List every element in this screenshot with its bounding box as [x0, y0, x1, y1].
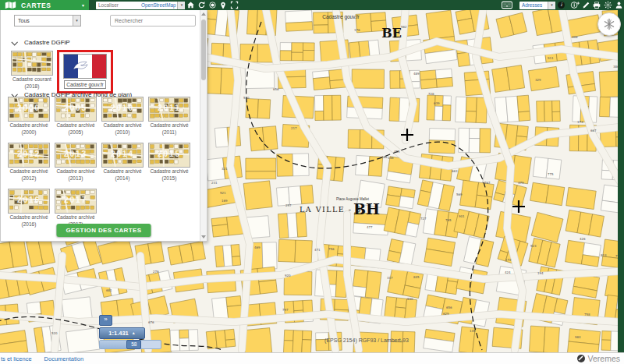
- svg-text:727: 727: [420, 217, 427, 221]
- cadastre-thumbnail-image: [55, 143, 96, 167]
- svg-text:479: 479: [518, 181, 524, 185]
- archive-thumbnail[interactable]: 2014: [101, 143, 144, 168]
- pin-button[interactable]: [218, 0, 229, 10]
- archive-map-card[interactable]: 2015 Cadastre archivé (2015): [146, 143, 193, 182]
- user-account-button[interactable]: [613, 0, 624, 10]
- coordinates-button[interactable]: [499, 0, 515, 10]
- archive-map-card[interactable]: 2011 Cadastre archivé (2011): [146, 97, 193, 136]
- archive-thumbnail[interactable]: 2000: [8, 97, 50, 122]
- home-icon: [186, 1, 195, 9]
- chevron-down-icon: ▾: [548, 2, 555, 9]
- svg-text:(EPSG 2154) RGF93 / Lambert-93: (EPSG 2154) RGF93 / Lambert-93: [324, 337, 409, 344]
- svg-text:728: 728: [428, 92, 434, 96]
- archive-map-card[interactable]: 2010 Cadastre archivé (2010): [99, 97, 146, 136]
- scrollbar-thumb[interactable]: [201, 19, 206, 80]
- top-toolbar: CARTES ▾ OpenStreetMap ▾: [0, 0, 624, 10]
- archive-map-card[interactable]: 2005 Cadastre archivé (2005): [52, 97, 99, 136]
- svg-text:901: 901: [459, 214, 465, 218]
- locate-icon: [208, 1, 217, 9]
- adresses-select[interactable]: Adresses ▾: [519, 2, 555, 9]
- scroll-up-arrow-icon[interactable]: [201, 12, 206, 16]
- svg-text:523: 523: [530, 244, 537, 248]
- basemap-select[interactable]: OpenStreetMap ▾: [141, 2, 185, 9]
- zoom-extent-button[interactable]: [229, 0, 239, 10]
- svg-text:194: 194: [537, 271, 544, 275]
- info-icon[interactable]: i: [558, 2, 565, 9]
- svg-text:630: 630: [407, 297, 413, 301]
- chevron-down-icon: ▾: [73, 16, 80, 26]
- gear-icon: [604, 1, 612, 9]
- archive-thumbnail[interactable]: 2017: [55, 189, 97, 214]
- cadastre-thumbnail[interactable]: [11, 51, 53, 76]
- svg-text:426: 426: [580, 237, 586, 241]
- svg-text:795: 795: [445, 218, 452, 222]
- svg-text:468: 468: [381, 155, 388, 159]
- zoom-slider[interactable]: 58: [99, 340, 161, 349]
- settings-button[interactable]: [602, 0, 613, 10]
- archive-thumbnail[interactable]: 2005: [55, 97, 97, 122]
- archive-map-card[interactable]: 2000 Cadastre archivé (2000): [5, 97, 52, 136]
- card-cadastre-courant[interactable]: Cadastre courant (2018): [9, 51, 55, 90]
- refresh-button[interactable]: [196, 0, 207, 10]
- card-caption-year: (2011): [146, 129, 193, 136]
- archive-map-card[interactable]: 2012 Cadastre archivé (2012): [5, 143, 52, 182]
- svg-text:477: 477: [367, 225, 373, 229]
- archive-map-card[interactable]: 2013 Cadastre archivé (2013): [52, 143, 99, 182]
- card-caption-year: (2005): [52, 129, 99, 136]
- chevron-down-icon: [11, 39, 17, 45]
- svg-text:530: 530: [243, 96, 250, 100]
- print-button[interactable]: [591, 0, 602, 10]
- home-button[interactable]: [185, 0, 196, 10]
- svg-text:279: 279: [153, 270, 159, 274]
- panel-scrollbar[interactable]: [200, 10, 207, 241]
- scale-indicator[interactable]: 1:1.431 ▲: [99, 327, 145, 339]
- archive-thumbnail[interactable]: 2010: [101, 97, 144, 122]
- geolocate-button[interactable]: [207, 0, 218, 10]
- section-cadastre-dgfip[interactable]: Cadastre DGFiP: [12, 39, 70, 46]
- status-bar: ts et licence Documentation Veremes: [0, 352, 624, 364]
- svg-text:489: 489: [413, 72, 420, 76]
- svg-text:169: 169: [222, 199, 228, 203]
- search-input[interactable]: [110, 15, 196, 27]
- cartes-menu-button[interactable]: CARTES ▾: [0, 0, 89, 10]
- scroll-down-arrow-icon[interactable]: [201, 235, 206, 239]
- card-caption: Cadastre archivé: [146, 122, 193, 129]
- svg-text:569: 569: [456, 193, 463, 196]
- svg-text:455: 455: [394, 150, 400, 154]
- svg-text:231: 231: [211, 181, 218, 185]
- svg-text:257: 257: [285, 203, 292, 207]
- archive-thumbnail[interactable]: 2012: [8, 143, 50, 168]
- archive-map-grid: 2000 Cadastre archivé (2000) 2005 Cadast…: [5, 97, 197, 235]
- svg-text:317: 317: [387, 276, 393, 280]
- card-caption: Cadastre archivé: [146, 168, 193, 175]
- svg-text:471: 471: [314, 248, 321, 252]
- svg-text:521: 521: [220, 191, 226, 195]
- card-caption: Cadastre archivé: [5, 214, 52, 221]
- slider-handle[interactable]: 58: [126, 340, 141, 349]
- archive-thumbnail[interactable]: 2013: [55, 143, 97, 168]
- archive-thumbnail[interactable]: 2016: [8, 189, 50, 214]
- card-cadastre-gouvfr-selected[interactable]: Cadastre gouv.fr: [57, 50, 113, 94]
- archive-map-card[interactable]: 2017 Cadastre archivé (2017): [52, 189, 99, 228]
- category-filter-select[interactable]: Tous ▾: [14, 15, 81, 27]
- archive-thumbnail[interactable]: 2015: [148, 143, 190, 168]
- map-tools-button[interactable]: [597, 12, 621, 36]
- measure-draw-button[interactable]: [580, 0, 591, 10]
- add-info-button[interactable]: [569, 0, 580, 10]
- svg-text:756: 756: [328, 247, 335, 251]
- cartes-panel: Tous ▾ Cadastre DGFiP Cadastre courant (…: [0, 10, 207, 242]
- cadastre-thumbnail-image: [9, 189, 49, 213]
- documentation-link[interactable]: Documentation: [44, 355, 83, 362]
- section-title: Cadastre DGFiP: [24, 39, 70, 46]
- localiser-input[interactable]: [96, 2, 141, 9]
- gestion-des-cartes-button[interactable]: GESTION DES CARTES: [57, 224, 151, 237]
- chevron-up-icon: ▲: [132, 331, 136, 335]
- archive-map-card[interactable]: 2016 Cadastre archivé (2016): [5, 189, 52, 228]
- credits-licence-link[interactable]: ts et licence: [1, 355, 32, 362]
- archive-map-card[interactable]: 2014 Cadastre archivé (2014): [99, 143, 146, 182]
- printer-icon: [592, 1, 601, 9]
- cadastre-thumbnail-image: [9, 97, 49, 121]
- svg-text:639: 639: [434, 101, 440, 105]
- archive-thumbnail[interactable]: 2011: [148, 97, 190, 122]
- expand-controls-button[interactable]: »: [99, 315, 112, 326]
